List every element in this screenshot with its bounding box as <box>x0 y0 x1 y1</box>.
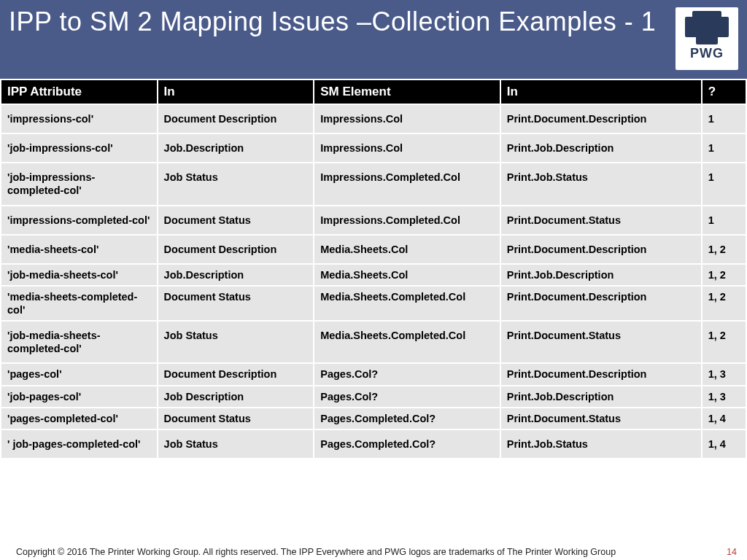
table-row: 'job-impressions-col'Job.DescriptionImpr… <box>1 133 746 163</box>
printer-icon <box>685 17 729 37</box>
header-notes: ? <box>702 79 746 104</box>
title-bar: IPP to SM 2 Mapping Issues –Collection E… <box>0 0 747 79</box>
table-cell: Print.Job.Status <box>500 429 702 459</box>
slide: IPP to SM 2 Mapping Issues –Collection E… <box>0 0 747 560</box>
table-row: 'job-media-sheets-col'Job.DescriptionMed… <box>1 264 746 286</box>
table-row: 'job-pages-col'Job DescriptionPages.Col?… <box>1 386 746 408</box>
table-cell: Print.Document.Status <box>500 206 702 235</box>
table-cell: Job Status <box>158 429 314 459</box>
table-row: 'job-impressions-completed-col'Job Statu… <box>1 163 746 205</box>
table-row: ' job-pages-completed-col'Job StatusPage… <box>1 429 746 459</box>
table-cell: 1, 3 <box>702 363 746 385</box>
table-cell: Job Status <box>158 163 314 205</box>
table-cell: 'impressions-col' <box>1 104 158 133</box>
table-cell: Pages.Col? <box>314 363 500 385</box>
table-row: 'impressions-col'Document DescriptionImp… <box>1 104 746 133</box>
table-cell: Document Description <box>158 363 314 385</box>
table-cell: 1 <box>702 206 746 235</box>
table-cell: 'job-media-sheets-col' <box>1 264 158 286</box>
table-cell: Job.Description <box>158 133 314 163</box>
table-cell: Print.Job.Description <box>500 133 702 163</box>
header-sm-element: SM Element <box>314 79 500 104</box>
table-cell: Print.Document.Status <box>500 408 702 429</box>
header-ipp-attribute: IPP Attribute <box>1 79 158 104</box>
table-row: 'impressions-completed-col'Document Stat… <box>1 206 746 235</box>
table-cell: Job Status <box>158 321 314 363</box>
table-cell: 'pages-completed-col' <box>1 408 158 429</box>
table-header-row: IPP Attribute In SM Element In ? <box>1 79 746 104</box>
table-cell: Job Description <box>158 386 314 408</box>
pwg-logo: PWG <box>676 7 738 70</box>
copyright-text: Copyright © 2016 The Printer Working Gro… <box>16 547 616 557</box>
table-row: 'pages-col'Document DescriptionPages.Col… <box>1 363 746 385</box>
table-cell: Pages.Col? <box>314 386 500 408</box>
table-cell: Print.Document.Description <box>500 235 702 264</box>
table-cell: 1, 3 <box>702 386 746 408</box>
table-cell: Document Status <box>158 206 314 235</box>
slide-title: IPP to SM 2 Mapping Issues –Collection E… <box>9 6 656 37</box>
table-cell: 1, 4 <box>702 408 746 429</box>
table-cell: Job.Description <box>158 264 314 286</box>
table-cell: Document Description <box>158 104 314 133</box>
table-cell: Print.Document.Description <box>500 104 702 133</box>
logo-text: PWG <box>690 46 724 61</box>
table-cell: Print.Job.Description <box>500 264 702 286</box>
table-cell: Media.Sheets.Col <box>314 235 500 264</box>
table-cell: Document Status <box>158 286 314 321</box>
table-cell: Document Status <box>158 408 314 429</box>
table-cell: 'pages-col' <box>1 363 158 385</box>
table-cell: Impressions.Col <box>314 133 500 163</box>
table-cell: Impressions.Completed.Col <box>314 206 500 235</box>
table-cell: ' job-pages-completed-col' <box>1 429 158 459</box>
header-in-2: In <box>500 79 702 104</box>
table-cell: Print.Job.Status <box>500 163 702 205</box>
table-cell: 'job-pages-col' <box>1 386 158 408</box>
table-row: 'media-sheets-col'Document DescriptionMe… <box>1 235 746 264</box>
table-cell: 'job-impressions-completed-col' <box>1 163 158 205</box>
table-cell: 1, 2 <box>702 235 746 264</box>
table-cell: Print.Document.Description <box>500 286 702 321</box>
table-cell: 'job-impressions-col' <box>1 133 158 163</box>
table-row: 'media-sheets-completed-col'Document Sta… <box>1 286 746 321</box>
table-cell: 1 <box>702 163 746 205</box>
table-cell: 1, 2 <box>702 286 746 321</box>
table-cell: 1, 2 <box>702 264 746 286</box>
table-cell: 'impressions-completed-col' <box>1 206 158 235</box>
table-cell: Document Description <box>158 235 314 264</box>
table-cell: 'job-media-sheets-completed-col' <box>1 321 158 363</box>
table-cell: Media.Sheets.Completed.Col <box>314 321 500 363</box>
table-cell: 1 <box>702 133 746 163</box>
table-cell: Media.Sheets.Completed.Col <box>314 286 500 321</box>
table-cell: 1 <box>702 104 746 133</box>
table-row: 'pages-completed-col'Document StatusPage… <box>1 408 746 429</box>
table-cell: Impressions.Col <box>314 104 500 133</box>
table-cell: Impressions.Completed.Col <box>314 163 500 205</box>
table-cell: 'media-sheets-completed-col' <box>1 286 158 321</box>
table-cell: 1, 4 <box>702 429 746 459</box>
table-cell: Pages.Completed.Col? <box>314 429 500 459</box>
table-cell: Print.Document.Status <box>500 321 702 363</box>
mapping-table: IPP Attribute In SM Element In ? 'impres… <box>0 79 747 459</box>
table-cell: 'media-sheets-col' <box>1 235 158 264</box>
table-cell: Pages.Completed.Col? <box>314 408 500 429</box>
table-row: 'job-media-sheets-completed-col'Job Stat… <box>1 321 746 363</box>
table-cell: 1, 2 <box>702 321 746 363</box>
table-cell: Print.Document.Description <box>500 363 702 385</box>
footer: Copyright © 2016 The Printer Working Gro… <box>0 547 747 557</box>
page-number: 14 <box>727 547 737 557</box>
table-cell: Print.Job.Description <box>500 386 702 408</box>
table-body: 'impressions-col'Document DescriptionImp… <box>1 104 746 459</box>
table-cell: Media.Sheets.Col <box>314 264 500 286</box>
header-in-1: In <box>158 79 314 104</box>
